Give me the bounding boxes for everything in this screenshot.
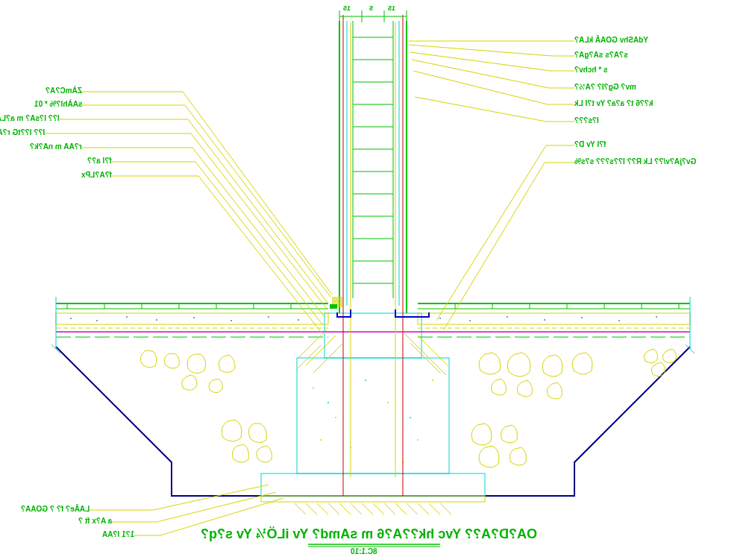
right-label-7: Gv?jA?v/?? Lk R?? I??s??? s?s% xyxy=(574,157,696,166)
svg-point-76 xyxy=(618,320,620,321)
svg-point-34 xyxy=(387,402,389,403)
svg-line-29 xyxy=(440,503,451,515)
bottom-label-1: a A?x ft ? xyxy=(78,517,112,525)
left-label-5: f?I a?? xyxy=(87,157,112,165)
svg-line-25 xyxy=(395,503,407,515)
drawing-subnote: 1?1 I?AA xyxy=(102,530,134,538)
svg-point-32 xyxy=(335,417,336,418)
svg-rect-1 xyxy=(261,496,485,502)
svg-point-66 xyxy=(156,319,157,321)
cad-drawing-canvas: 15 5 15 ZÀmC?A? sAÀhI?% * 01 I?? I?sA? m… xyxy=(0,0,746,560)
svg-line-111 xyxy=(418,336,448,365)
svg-line-108 xyxy=(306,336,336,365)
svg-point-41 xyxy=(410,417,411,418)
left-label-0: ZÀmC?A? xyxy=(46,86,82,95)
drawing-scale: 8C.1:10 xyxy=(351,547,377,556)
svg-point-71 xyxy=(439,318,441,319)
svg-rect-61 xyxy=(56,313,328,324)
svg-point-69 xyxy=(268,316,269,318)
svg-line-24 xyxy=(384,503,395,515)
left-label-6: f?A?LPx xyxy=(81,171,112,179)
right-label-2: s * hchv? xyxy=(574,66,607,74)
svg-point-77 xyxy=(656,316,657,318)
svg-point-64 xyxy=(96,320,98,321)
svg-point-67 xyxy=(193,317,195,318)
left-label-1: sAÀhI?% * 01 xyxy=(34,100,82,108)
svg-point-36 xyxy=(432,380,433,381)
svg-point-38 xyxy=(320,439,322,441)
svg-line-16 xyxy=(295,503,306,515)
svg-rect-0 xyxy=(261,474,485,496)
svg-point-63 xyxy=(70,318,72,319)
right-label-1: s?A?s sA?gA? xyxy=(574,51,628,59)
svg-point-70 xyxy=(298,319,299,321)
svg-line-17 xyxy=(306,503,317,515)
svg-point-65 xyxy=(126,316,128,318)
svg-point-72 xyxy=(469,320,471,321)
svg-line-28 xyxy=(429,503,440,515)
svg-line-21 xyxy=(351,503,362,515)
svg-point-31 xyxy=(313,387,314,388)
svg-line-26 xyxy=(407,503,418,515)
svg-point-40 xyxy=(365,380,366,381)
left-label-3: I?? I??tG r?AA m nA?k? xyxy=(0,128,45,136)
svg-line-18 xyxy=(317,503,328,515)
dim-top-mid: 5 xyxy=(369,4,373,12)
right-label-6: f?I Yv D? xyxy=(574,140,606,148)
bottom-label-0: LAÂe? f? ? GOAA? xyxy=(21,505,90,513)
svg-line-23 xyxy=(373,503,384,515)
svg-rect-62 xyxy=(418,313,690,324)
svg-line-27 xyxy=(418,503,429,515)
svg-point-74 xyxy=(544,319,545,321)
left-label-2: I?? I?sA? m a?LA?s xyxy=(0,114,60,122)
svg-line-113 xyxy=(403,332,446,375)
svg-line-110 xyxy=(297,345,321,369)
svg-rect-106 xyxy=(330,304,337,309)
right-label-0: YdAShv GOAÂ kLA? xyxy=(574,36,648,44)
svg-point-39 xyxy=(327,402,329,403)
drawing-title: OA?D?A?? Yvc hk??A?6 m sAmd? Yv iLÖ¼ Yv … xyxy=(209,526,537,542)
left-label-4: r?AA m nA?k? xyxy=(30,142,82,151)
dim-top-left: 15 xyxy=(343,4,351,12)
svg-point-68 xyxy=(231,320,232,321)
svg-rect-30 xyxy=(297,358,449,474)
right-label-4: k??6 t? a?a? Yv t?I Lk xyxy=(574,99,653,107)
dim-top-right: 15 xyxy=(388,4,395,12)
svg-line-22 xyxy=(362,503,373,515)
svg-point-35 xyxy=(417,439,419,441)
right-label-5: I?s??? xyxy=(574,116,599,125)
svg-line-19 xyxy=(328,503,339,515)
svg-point-75 xyxy=(581,317,583,318)
svg-point-73 xyxy=(507,316,508,318)
right-label-3: mv? Gg?I? ?A½? xyxy=(574,83,636,91)
svg-line-20 xyxy=(339,503,351,515)
